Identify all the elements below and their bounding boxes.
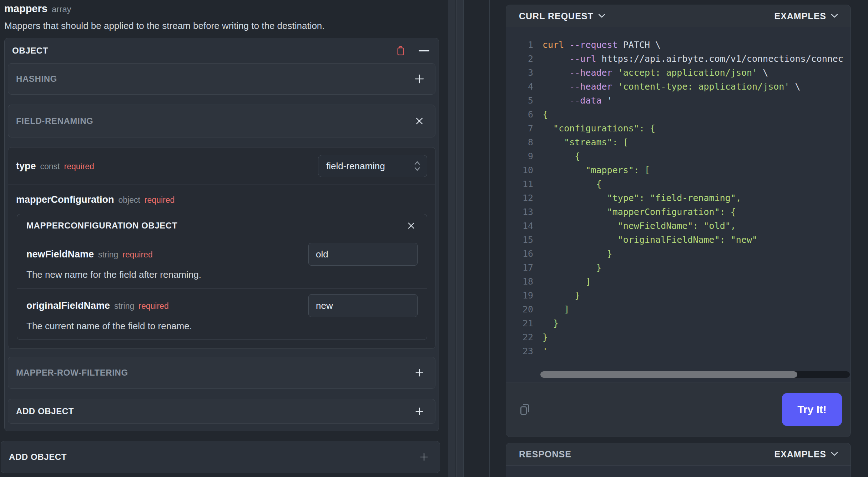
field-name: mappers	[4, 3, 47, 15]
section-field-renaming[interactable]: FIELD-RENAMING	[8, 105, 435, 137]
code-line: 15 "originalFieldName": "new"	[515, 233, 851, 247]
mapper-configuration-object-title: MAPPERCONFIGURATION OBJECT	[26, 221, 177, 231]
vertical-scrollbar-thumb[interactable]	[456, 0, 464, 477]
object-card-header: OBJECT	[8, 38, 435, 63]
code-line: 6{	[515, 107, 851, 121]
original-field-name-badge: string	[114, 301, 134, 311]
new-field-name-label-group: newFieldName string required	[26, 249, 153, 260]
schema-panel: mappers array Mappers that should be app…	[0, 0, 447, 477]
new-field-name-input[interactable]	[308, 243, 418, 266]
close-field-renaming-button[interactable]	[413, 115, 426, 127]
new-field-name-required: required	[122, 250, 152, 260]
type-select[interactable]: field-renaming	[318, 155, 427, 177]
code-line: 22}	[515, 330, 851, 344]
type-field-row: type const required field-renaming	[8, 147, 435, 185]
request-language-dropdown[interactable]: CURL REQUEST	[519, 11, 605, 21]
horizontal-scrollbar-thumb[interactable]	[540, 371, 797, 378]
copy-code-button[interactable]	[518, 403, 531, 416]
expand-mapper-row-filtering-button[interactable]	[413, 366, 426, 379]
response-body	[506, 465, 851, 477]
object-card-title: OBJECT	[12, 46, 48, 56]
trash-icon	[396, 45, 405, 56]
field-renaming-config-box: type const required field-renaming	[8, 147, 435, 349]
code-line: 12 "type": "field-renaming",	[515, 191, 851, 205]
request-examples-label: EXAMPLES	[774, 11, 826, 21]
plus-icon	[414, 74, 425, 84]
horizontal-scrollbar-track[interactable]	[540, 371, 850, 378]
response-card: RESPONSE EXAMPLES	[506, 443, 851, 477]
code-line: 9 {	[515, 149, 851, 163]
original-field-name-label-group: originalFieldName string required	[26, 300, 169, 311]
field-type-badge: array	[52, 4, 71, 14]
response-examples-label: EXAMPLES	[774, 449, 826, 460]
minus-icon	[419, 50, 429, 51]
chevron-down-icon	[831, 14, 838, 18]
try-it-button[interactable]: Try It!	[782, 393, 842, 426]
code-line: 1curl --request PATCH \	[515, 38, 851, 52]
section-mapper-row-filtering-label: MAPPER-ROW-FILTERING	[16, 368, 128, 378]
mapper-configuration-required: required	[145, 195, 175, 205]
plus-icon	[415, 407, 424, 416]
curl-request-header: CURL REQUEST EXAMPLES	[506, 5, 851, 27]
response-examples-dropdown[interactable]: EXAMPLES	[774, 449, 838, 460]
code-line: 19 }	[515, 288, 851, 302]
new-field-name-description: The new name for the field after renamin…	[26, 269, 418, 280]
type-select-value: field-renaming	[326, 161, 385, 172]
code-line: 23'	[515, 344, 851, 358]
vertical-scrollbar-track[interactable]	[448, 0, 455, 477]
plus-icon	[419, 452, 429, 462]
close-mapper-configuration-button[interactable]	[405, 219, 418, 232]
add-object-outer-label: ADD OBJECT	[9, 452, 67, 462]
chevron-down-icon	[599, 14, 605, 18]
original-field-name-label: originalFieldName	[26, 300, 110, 311]
curl-request-card: CURL REQUEST EXAMPLES 1curl --request PA…	[506, 5, 851, 437]
type-field-badge: const	[40, 162, 60, 171]
code-line: 17 }	[515, 261, 851, 275]
mapper-configuration-object-header: MAPPERCONFIGURATION OBJECT	[17, 214, 427, 237]
type-field-required: required	[64, 162, 94, 171]
add-object-inner-button[interactable]	[413, 405, 426, 418]
x-icon	[407, 222, 415, 230]
code-line: 2 --url https://api.airbyte.com/v1/conne…	[515, 52, 851, 66]
request-footer: Try It!	[506, 382, 851, 437]
original-field-name-description: The current name of the field to rename.	[26, 321, 418, 332]
type-field-label-group: type const required	[16, 161, 94, 172]
expand-hashing-button[interactable]	[413, 72, 426, 85]
new-field-name-badge: string	[98, 250, 118, 260]
original-field-name-required: required	[138, 301, 168, 311]
add-object-inner-row[interactable]: ADD OBJECT	[8, 399, 435, 424]
code-line: 16 }	[515, 247, 851, 261]
new-field-name-row: newFieldName string required The new nam…	[17, 237, 427, 288]
code-line: 20 ]	[515, 302, 851, 316]
api-sample-panel: CURL REQUEST EXAMPLES 1curl --request PA…	[490, 0, 868, 477]
request-title: CURL REQUEST	[519, 11, 594, 21]
section-hashing[interactable]: HASHING	[8, 63, 435, 95]
page: mappers array Mappers that should be app…	[0, 0, 868, 477]
add-object-outer-row[interactable]: ADD OBJECT	[1, 441, 440, 473]
add-object-outer-button[interactable]	[418, 451, 430, 463]
response-header: RESPONSE EXAMPLES	[506, 443, 851, 465]
section-mapper-row-filtering[interactable]: MAPPER-ROW-FILTERING	[8, 357, 435, 389]
mapper-configuration-row: mapperConfiguration object required MAPP…	[8, 185, 435, 348]
object-card-actions	[394, 44, 430, 57]
new-field-name-label: newFieldName	[26, 249, 94, 260]
delete-object-button[interactable]	[394, 44, 407, 57]
request-examples-dropdown[interactable]: EXAMPLES	[774, 11, 838, 21]
section-field-renaming-label: FIELD-RENAMING	[16, 116, 93, 126]
code-line: 21 }	[515, 316, 851, 330]
select-stepper-icon	[413, 160, 421, 172]
code-line: 7 "configurations": {	[515, 121, 851, 135]
code-line: 3 --header 'accept: application/json' \	[515, 66, 851, 80]
field-heading: mappers array	[4, 3, 447, 15]
code-line: 8 "streams": [	[515, 135, 851, 149]
plus-icon	[415, 368, 424, 377]
original-field-name-input[interactable]	[308, 294, 418, 317]
add-object-inner-label: ADD OBJECT	[16, 406, 74, 416]
code-editor[interactable]: 1curl --request PATCH \2 --url https://a…	[506, 27, 851, 382]
code-line: 11 {	[515, 177, 851, 191]
code-line: 18 ]	[515, 275, 851, 288]
mapper-configuration-object-card: MAPPERCONFIGURATION OBJECT	[17, 214, 427, 340]
mapper-configuration-label-group: mapperConfiguration object required	[16, 194, 428, 205]
collapse-object-button[interactable]	[418, 44, 430, 57]
mapper-configuration-name: mapperConfiguration	[16, 194, 114, 205]
